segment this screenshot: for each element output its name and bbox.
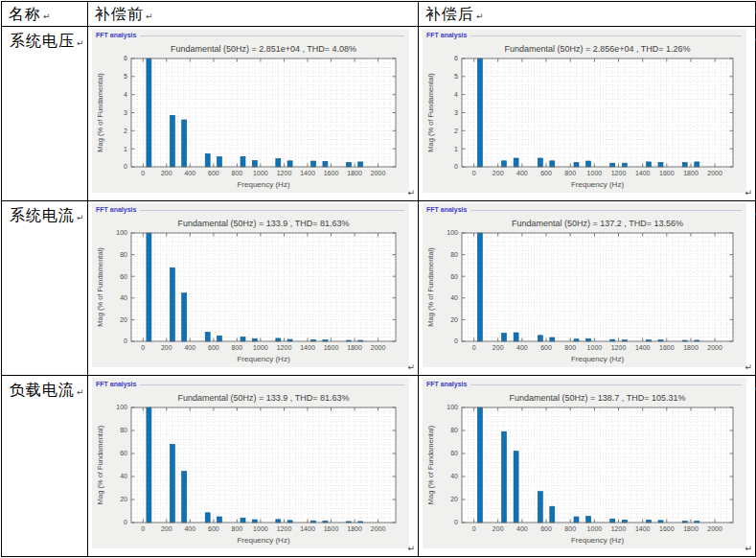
svg-text:200: 200 bbox=[161, 170, 172, 176]
svg-text:Frequency (Hz): Frequency (Hz) bbox=[571, 180, 624, 189]
svg-text:1800: 1800 bbox=[683, 170, 699, 176]
fft-figure-loadcurrent-after[interactable]: FFT analysis 020040060080010001200140016… bbox=[423, 378, 746, 548]
svg-text:0: 0 bbox=[141, 525, 145, 532]
fft-figure-syscurrent-after[interactable]: FFT analysis 020040060080010001200140016… bbox=[423, 203, 746, 367]
svg-text:2000: 2000 bbox=[371, 344, 386, 351]
svg-text:40: 40 bbox=[450, 294, 458, 301]
svg-text:20: 20 bbox=[450, 316, 458, 323]
svg-text:40: 40 bbox=[450, 473, 458, 479]
document-page: 名称↵ 补偿前↵ 补偿后↵ 系统电压↵ FFT analysis 0200400… bbox=[0, 0, 756, 558]
fft-figure-voltage-after[interactable]: FFT analysis 020040060080010001200140016… bbox=[423, 29, 746, 193]
svg-text:1200: 1200 bbox=[277, 344, 292, 351]
svg-text:1800: 1800 bbox=[683, 344, 699, 351]
svg-text:20: 20 bbox=[120, 496, 127, 502]
svg-text:80: 80 bbox=[450, 427, 458, 433]
svg-text:0: 0 bbox=[472, 170, 476, 176]
svg-text:1600: 1600 bbox=[324, 525, 339, 532]
fft-chart-svg: 0200400600800100012001400160018002000012… bbox=[92, 39, 409, 193]
svg-text:60: 60 bbox=[120, 273, 127, 280]
figure-header: FFT analysis bbox=[423, 378, 746, 388]
svg-text:4: 4 bbox=[454, 91, 458, 98]
fft-chart-svg: 0200400600800100012001400160018002000020… bbox=[92, 214, 409, 367]
svg-text:400: 400 bbox=[516, 525, 528, 532]
svg-text:400: 400 bbox=[516, 170, 528, 176]
svg-text:1400: 1400 bbox=[300, 344, 315, 351]
svg-text:600: 600 bbox=[208, 170, 219, 176]
row-label-system-current: 系统电流↵ bbox=[2, 201, 88, 376]
row-label-text: 系统电流 bbox=[10, 207, 75, 223]
chart-cell-loadcurrent-after: FFT analysis 020040060080010001200140016… bbox=[419, 376, 755, 556]
svg-text:200: 200 bbox=[493, 525, 504, 532]
svg-text:0: 0 bbox=[454, 519, 458, 525]
svg-text:4: 4 bbox=[124, 91, 127, 98]
svg-text:Frequency (Hz): Frequency (Hz) bbox=[571, 355, 624, 363]
svg-text:1200: 1200 bbox=[611, 344, 627, 351]
fft-analysis-label: FFT analysis bbox=[96, 206, 136, 214]
fft-figure-loadcurrent-before[interactable]: FFT analysis 020040060080010001200140016… bbox=[92, 378, 409, 548]
svg-text:1: 1 bbox=[454, 146, 458, 152]
row-label-system-voltage: 系统电压↵ bbox=[2, 27, 88, 201]
svg-text:20: 20 bbox=[120, 316, 127, 323]
svg-text:600: 600 bbox=[540, 170, 552, 176]
svg-text:1600: 1600 bbox=[659, 525, 675, 532]
svg-text:0: 0 bbox=[124, 163, 127, 170]
svg-text:3: 3 bbox=[124, 109, 127, 116]
row-label-text: 负载电流 bbox=[10, 382, 75, 398]
fft-analysis-label: FFT analysis bbox=[426, 381, 467, 388]
fft-figure-voltage-before[interactable]: FFT analysis 020040060080010001200140016… bbox=[92, 29, 409, 193]
svg-text:100: 100 bbox=[447, 404, 458, 410]
svg-text:2000: 2000 bbox=[707, 344, 722, 351]
svg-text:1: 1 bbox=[124, 146, 127, 152]
svg-text:6: 6 bbox=[454, 55, 458, 61]
paragraph-mark: ↵ bbox=[407, 544, 415, 553]
paragraph-mark: ↵ bbox=[407, 188, 415, 198]
svg-text:200: 200 bbox=[161, 525, 172, 532]
svg-text:2: 2 bbox=[454, 128, 458, 134]
svg-text:0: 0 bbox=[141, 170, 145, 176]
fft-analysis-label: FFT analysis bbox=[96, 381, 136, 388]
svg-text:1200: 1200 bbox=[611, 525, 627, 532]
svg-text:800: 800 bbox=[232, 344, 243, 351]
svg-text:Mag (% of Fundamental): Mag (% of Fundamental) bbox=[96, 425, 104, 504]
svg-text:1800: 1800 bbox=[347, 170, 362, 176]
figure-header: FFT analysis bbox=[423, 203, 746, 214]
svg-text:0: 0 bbox=[454, 163, 458, 170]
svg-text:3: 3 bbox=[454, 109, 458, 116]
svg-text:Mag (% of Fundamental): Mag (% of Fundamental) bbox=[426, 247, 435, 327]
row-label-text: 系统电压 bbox=[10, 33, 75, 49]
svg-text:6: 6 bbox=[124, 55, 127, 61]
svg-text:5: 5 bbox=[124, 73, 127, 80]
svg-text:0: 0 bbox=[124, 337, 127, 344]
svg-text:60: 60 bbox=[450, 273, 458, 280]
paragraph-mark: ↵ bbox=[745, 362, 752, 372]
header-col-name-text: 名称 bbox=[9, 6, 41, 22]
figure-header-rule bbox=[140, 210, 404, 211]
svg-text:600: 600 bbox=[208, 525, 219, 532]
svg-text:Frequency (Hz): Frequency (Hz) bbox=[237, 180, 289, 189]
svg-text:1600: 1600 bbox=[324, 344, 339, 351]
svg-text:40: 40 bbox=[120, 294, 127, 301]
chart-cell-syscurrent-after: FFT analysis 020040060080010001200140016… bbox=[419, 201, 755, 376]
svg-text:1000: 1000 bbox=[587, 344, 603, 351]
svg-text:40: 40 bbox=[120, 473, 127, 479]
svg-text:Mag (% of Fundamental): Mag (% of Fundamental) bbox=[426, 425, 435, 504]
svg-text:Fundamental (50Hz) = 133.9 , T: Fundamental (50Hz) = 133.9 , THD= 81.63% bbox=[178, 393, 350, 403]
figure-header-rule bbox=[470, 35, 742, 36]
row-label-load-current: 负载电流↵ bbox=[2, 376, 88, 556]
fft-figure-syscurrent-before[interactable]: FFT analysis 020040060080010001200140016… bbox=[92, 203, 409, 367]
svg-text:400: 400 bbox=[184, 170, 195, 176]
svg-text:600: 600 bbox=[208, 344, 219, 351]
svg-text:800: 800 bbox=[564, 525, 576, 532]
svg-text:200: 200 bbox=[493, 170, 504, 176]
paragraph-mark: ↵ bbox=[476, 12, 484, 21]
svg-text:1000: 1000 bbox=[587, 170, 603, 176]
svg-text:80: 80 bbox=[450, 251, 458, 258]
header-col-name: 名称↵ bbox=[2, 2, 88, 27]
fft-chart-svg: 0200400600800100012001400160018002000020… bbox=[92, 388, 409, 548]
paragraph-mark: ↵ bbox=[43, 12, 51, 21]
svg-text:1800: 1800 bbox=[347, 344, 362, 351]
fft-chart-svg: 0200400600800100012001400160018002000012… bbox=[423, 39, 746, 193]
svg-text:Frequency (Hz): Frequency (Hz) bbox=[237, 355, 289, 363]
svg-text:1400: 1400 bbox=[635, 170, 651, 176]
chart-cell-voltage-before: FFT analysis 020040060080010001200140016… bbox=[88, 27, 419, 201]
